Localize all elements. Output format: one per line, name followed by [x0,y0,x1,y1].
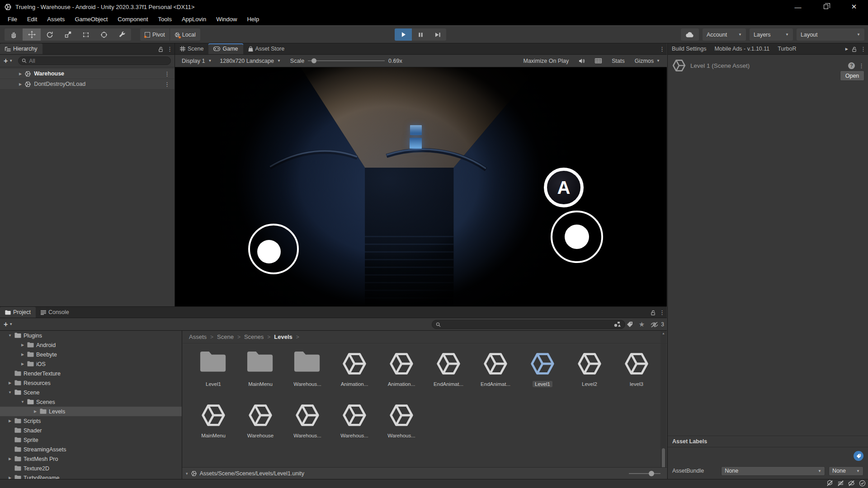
asset-item[interactable]: MainMenu [237,349,284,400]
menu-item[interactable]: Component [113,14,153,25]
expand-arrow-icon[interactable]: ▼ [20,400,25,404]
tree-item[interactable]: ▶ Scripts [0,416,182,426]
expand-arrow-icon[interactable]: ▶ [19,72,22,76]
tab-scene[interactable]: Scene [175,43,208,54]
collapse-arrow-icon[interactable]: ▾ [186,471,188,476]
action-a-button[interactable]: A [544,168,584,207]
asset-item[interactable]: Warehous... [284,349,331,400]
asset-item[interactable]: Level1 [519,349,566,400]
tab-console[interactable]: Console [36,307,74,318]
tree-item[interactable]: ▶ Android [0,340,182,350]
more-tabs-icon[interactable]: ▶ [845,47,848,51]
tab-hierarchy[interactable]: Hierarchy [0,43,42,54]
tree-item[interactable]: StreamingAssets [0,445,182,454]
menu-item[interactable]: AppLovin [177,14,211,25]
search-by-label-icon[interactable] [627,321,633,328]
rect-tool-button[interactable] [77,28,95,41]
asset-item[interactable]: Level1 [190,349,237,400]
hidden-packages-icon[interactable]: 3 [651,321,664,328]
expand-arrow-icon[interactable]: ▶ [8,419,12,423]
pivot-toggle-button[interactable]: Pivot [140,28,170,41]
asset-labels-header[interactable]: Asset Labels [668,436,868,447]
tree-item[interactable]: ▶ Resources [0,378,182,388]
layout-dropdown[interactable]: Layout▼ [797,28,864,41]
left-joystick-knob[interactable] [257,240,281,263]
cloud-disabled-icon[interactable] [848,480,855,487]
asset-item[interactable]: EndAnimat... [425,349,472,400]
lock-icon[interactable] [651,310,656,315]
panel-menu-icon[interactable]: ⋮ [659,46,665,52]
tree-item[interactable]: Texture2D [0,464,182,473]
tab-build-settings[interactable]: Build Settings [668,43,710,54]
menu-item[interactable]: GameObject [70,14,113,25]
expand-arrow-icon[interactable]: ▶ [8,476,12,479]
right-joystick-knob[interactable] [565,225,589,249]
cloud-services-button[interactable] [681,28,699,41]
asset-item[interactable]: Warehous... [331,400,378,452]
add-object-button[interactable]: +▼ [4,57,13,65]
menu-item[interactable]: Window [211,14,242,25]
menu-item[interactable]: Tools [153,14,177,25]
expand-arrow-icon[interactable]: ▶ [8,457,12,461]
asset-item[interactable]: Animation... [331,349,378,400]
display-dropdown[interactable]: Display 1▼ [178,55,216,67]
tree-item[interactable]: Sprite [0,435,182,445]
tree-item[interactable]: ▼ Scene [0,388,182,397]
tab-mobile-ads[interactable]: Mobile Ads - v.1.10.11 [710,43,774,54]
tree-item[interactable]: RenderTexture [0,369,182,378]
asset-item[interactable]: Warehouse [237,400,284,452]
mute-audio-toggle[interactable] [575,55,589,67]
project-search[interactable] [432,320,625,329]
asset-item[interactable]: Warehous... [284,400,331,452]
cache-server-disabled-icon[interactable] [826,480,833,487]
scene-menu-icon[interactable]: ⋮ [164,71,170,77]
tree-item[interactable]: ▼ Plugins [0,331,182,340]
expand-arrow-icon[interactable]: ▶ [33,409,38,413]
move-tool-button[interactable] [23,28,41,41]
add-label-button[interactable] [854,451,863,461]
menu-item[interactable]: Edit [22,14,42,25]
status-check-icon[interactable] [859,480,866,487]
asset-item[interactable]: Warehous... [378,400,425,452]
thumbnail-size-slider[interactable] [629,473,660,474]
search-by-type-icon[interactable] [613,321,621,328]
panel-menu-icon[interactable]: ⋮ [860,46,866,52]
asset-item[interactable]: Level2 [566,349,613,400]
tree-item[interactable]: ▶ TextMesh Pro [0,454,182,464]
scene-row[interactable]: ▶ DontDestroyOnLoad ⋮ [0,79,175,89]
expand-arrow-icon[interactable]: ▶ [19,82,22,86]
scale-slider-knob[interactable] [311,58,316,63]
scene-row[interactable]: ▶ Warehouse ⋮ [0,69,175,79]
local-toggle-button[interactable]: Local [170,28,200,41]
breadcrumb-item[interactable]: Levels > [274,333,303,340]
expand-arrow-icon[interactable]: ▶ [20,352,25,357]
expand-arrow-icon[interactable]: ▶ [20,343,25,347]
collab-disabled-icon[interactable] [837,480,844,487]
expand-arrow-icon[interactable]: ▼ [8,390,12,394]
menu-item[interactable]: Assets [42,14,70,25]
tree-item[interactable]: Shader [0,426,182,435]
menu-item[interactable]: File [3,14,22,25]
assetbundle-dropdown[interactable]: None▼ [721,466,825,476]
expand-arrow-icon[interactable]: ▶ [20,362,25,366]
assetbundle-variant-dropdown[interactable]: None▼ [829,466,863,476]
tab-turborename[interactable]: TurboR [774,43,800,54]
panel-menu-icon[interactable]: ⋮ [659,310,665,315]
asset-item[interactable]: Animation... [378,349,425,400]
step-button[interactable] [429,28,446,41]
expand-arrow-icon[interactable]: ▼ [8,333,12,338]
vsync-grid-toggle[interactable] [591,55,606,67]
restore-button[interactable] [812,0,840,14]
left-joystick[interactable] [248,224,299,274]
tree-item[interactable]: ▶ Levels [0,407,182,416]
open-button[interactable]: Open [840,70,864,81]
stats-toggle[interactable]: Stats [608,55,629,67]
maximize-on-play-toggle[interactable]: Maximize On Play [519,55,573,67]
layers-dropdown[interactable]: Layers▼ [750,28,793,41]
header-menu-icon[interactable]: ⋮ [859,63,864,69]
tree-item[interactable]: ▶ iOS [0,359,182,369]
account-dropdown[interactable]: Account▼ [703,28,746,41]
asset-item[interactable]: MainMenu [190,400,237,452]
hierarchy-search-input[interactable] [29,58,167,64]
slider-knob[interactable] [649,471,654,476]
